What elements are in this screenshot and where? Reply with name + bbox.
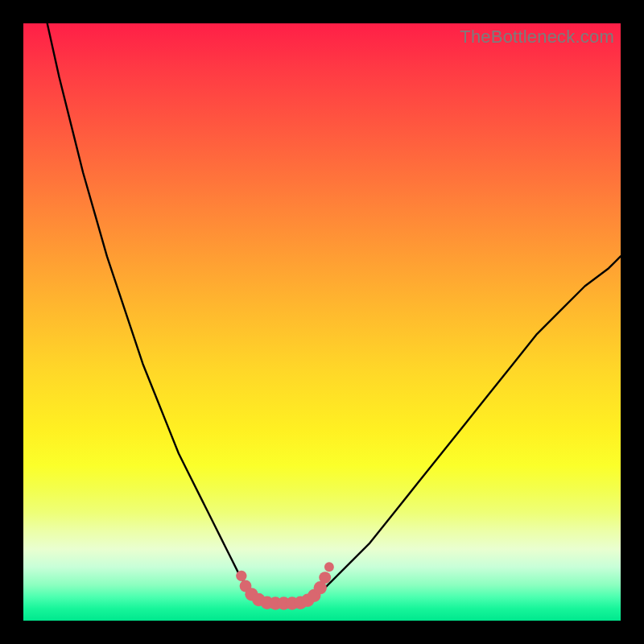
valley-marker: [324, 562, 334, 572]
chart-svg: [23, 23, 621, 621]
outer-frame: TheBottleneck.com: [0, 0, 644, 644]
marker-layer: [236, 562, 334, 609]
plot-area: TheBottleneck.com: [23, 23, 621, 621]
valley-marker: [236, 571, 246, 581]
curve-layer: [47, 23, 621, 603]
bottleneck-curve: [47, 23, 621, 603]
valley-marker: [319, 572, 331, 584]
